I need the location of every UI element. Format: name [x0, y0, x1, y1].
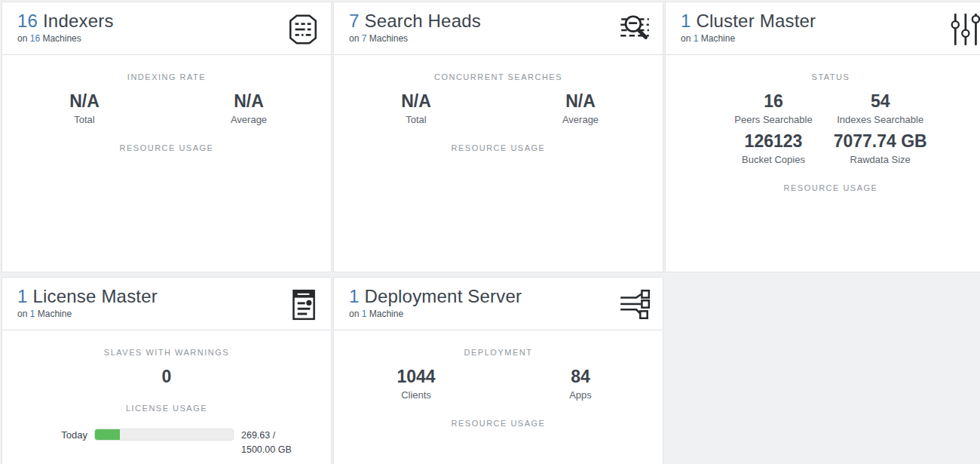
resource-usage-heading: RESOURCE USAGE	[334, 418, 663, 429]
license-master-title-text: License Master	[32, 286, 158, 306]
cluster-master-title-text: Cluster Master	[696, 11, 816, 31]
license-usage-row: Today 269.63 / 1500.00 GB	[2, 429, 331, 457]
stat-label: Indexes Searchable	[834, 114, 927, 126]
indexers-card-body: INDEXING RATE N/A Total N/A Average RESO…	[2, 72, 331, 153]
deployment-fanout-icon	[617, 287, 652, 322]
cluster-master-machines-prefix: on	[681, 33, 691, 44]
indexers-card-title[interactable]: 16 Indexers	[17, 11, 114, 32]
stat-value: N/A	[2, 91, 167, 111]
cluster-master-sliders-icon	[951, 12, 980, 47]
cluster-master-card-body: STATUS 16 Peers Searchable 54 Indexes Se…	[666, 72, 980, 193]
cluster-master-card: 1 Cluster Master on 1 Machine STATUS 16 …	[665, 2, 980, 272]
indexers-machines-count: 16	[30, 33, 40, 44]
deployment-server-machines-label: Machine	[369, 309, 403, 319]
search-heads-card: 7 Search Heads on 7 Machines CONCURRENT …	[333, 2, 663, 272]
cluster-master-subtitle: on 1 Machine	[681, 33, 816, 44]
indexing-rate-heading: INDEXING RATE	[2, 72, 331, 82]
deployment-server-title-text: Deployment Server	[364, 286, 522, 306]
indexers-card-header: 16 Indexers on 16 Machines	[2, 2, 331, 55]
license-usage-bar	[94, 429, 234, 441]
search-heads-machines-prefix: on	[349, 33, 359, 44]
license-master-card-header: 1 License Master on 1 Machine	[2, 278, 331, 330]
search-heads-card-header: 7 Search Heads on 7 Machines	[334, 2, 663, 55]
concurrent-searches-stats: N/A Total N/A Average	[334, 91, 663, 126]
stat-label: Average	[498, 114, 663, 126]
license-usage-total: 269.63 / 1500.00 GB	[241, 429, 292, 457]
search-heads-card-title[interactable]: 7 Search Heads	[349, 11, 481, 32]
license-master-title-block: 1 License Master on 1 Machine	[17, 286, 158, 319]
deployment-server-card-title[interactable]: 1 Deployment Server	[349, 286, 522, 307]
license-usage-quota: 1500.00 GB	[241, 443, 292, 457]
cluster-master-title-block: 1 Cluster Master on 1 Machine	[681, 11, 816, 44]
license-master-card: 1 License Master on 1 Machine SLAVES WIT…	[2, 277, 332, 464]
stat-value: 54	[834, 91, 927, 111]
cluster-master-card-header: 1 Cluster Master on 1 Machine	[666, 2, 980, 55]
stat-label: Total	[2, 114, 167, 126]
stat-label: Rawdata Size	[834, 154, 927, 166]
concurrent-searches-heading: CONCURRENT SEARCHES	[334, 72, 663, 82]
stat-label: Total	[334, 114, 498, 126]
indexer-icon	[286, 12, 320, 47]
indexers-machines-label: Machines	[42, 33, 81, 44]
search-heads-machines-count: 7	[362, 33, 367, 44]
cluster-master-machines-label: Machine	[701, 33, 735, 44]
concurrent-searches-total-stat: N/A Total	[334, 91, 498, 126]
search-heads-count: 7	[349, 11, 360, 31]
license-master-count: 1	[17, 286, 28, 306]
indexes-searchable-stat: 54 Indexes Searchable	[834, 91, 927, 126]
stat-label: Average	[167, 114, 331, 126]
deployment-server-count: 1	[349, 286, 360, 306]
search-heads-card-body: CONCURRENT SEARCHES N/A Total N/A Averag…	[334, 72, 663, 153]
deployment-server-machines-count: 1	[362, 309, 367, 319]
license-usage-bar-fill	[95, 429, 120, 440]
search-heads-title-text: Search Heads	[364, 11, 481, 31]
license-master-machines-count: 1	[30, 309, 35, 319]
indexers-count: 16	[17, 11, 38, 31]
stat-value: 0	[2, 367, 331, 386]
deployment-server-title-block: 1 Deployment Server on 1 Machine	[349, 286, 522, 319]
cluster-master-count: 1	[681, 11, 691, 31]
license-master-card-body: SLAVES WITH WARNINGS 0 LICENSE USAGE Tod…	[2, 347, 331, 457]
indexers-title-text: Indexers	[43, 11, 114, 31]
stat-value: N/A	[498, 91, 663, 111]
clients-stat: 1044 Clients	[334, 367, 498, 401]
deployment-server-card-body: DEPLOYMENT 1044 Clients 84 Apps RESOURCE…	[334, 347, 663, 429]
license-master-machines-label: Machine	[38, 309, 72, 319]
status-heading: STATUS	[666, 72, 980, 82]
deployment-heading: DEPLOYMENT	[334, 347, 663, 358]
indexers-title-block: 16 Indexers on 16 Machines	[17, 11, 114, 44]
license-usage-heading: LICENSE USAGE	[2, 403, 331, 413]
resource-usage-heading: RESOURCE USAGE	[666, 183, 980, 193]
stat-value: 16	[734, 91, 812, 111]
stat-value: 7077.74 GB	[834, 131, 927, 151]
license-master-subtitle: on 1 Machine	[17, 309, 158, 319]
license-document-icon	[286, 287, 320, 322]
cluster-master-card-title[interactable]: 1 Cluster Master	[681, 11, 816, 32]
stat-label: Clients	[334, 389, 498, 401]
license-usage-used: 269.63 /	[241, 429, 292, 443]
deployment-server-card: 1 Deployment Server on 1 Machine DEPLOYM…	[333, 277, 663, 464]
deployment-server-machines-prefix: on	[349, 309, 359, 319]
stat-label: Apps	[498, 389, 663, 401]
search-heads-subtitle: on 7 Machines	[349, 33, 481, 44]
stat-label: Peers Searchable	[734, 114, 812, 126]
bucket-copies-stat: 126123 Bucket Copies	[734, 131, 812, 166]
cluster-status-stats: 16 Peers Searchable 54 Indexes Searchabl…	[666, 91, 980, 166]
stat-value: 1044	[334, 367, 498, 386]
stat-value: N/A	[334, 91, 498, 111]
search-heads-icon	[617, 12, 652, 47]
stat-value: N/A	[167, 91, 331, 111]
indexers-machines-prefix: on	[17, 33, 27, 44]
deployment-server-subtitle: on 1 Machine	[349, 309, 522, 319]
concurrent-searches-average-stat: N/A Average	[498, 91, 663, 126]
apps-stat: 84 Apps	[498, 367, 663, 401]
rawdata-size-stat: 7077.74 GB Rawdata Size	[834, 131, 927, 166]
resource-usage-heading: RESOURCE USAGE	[334, 143, 663, 153]
license-master-card-title[interactable]: 1 License Master	[17, 286, 158, 307]
peers-searchable-stat: 16 Peers Searchable	[734, 91, 812, 126]
deployment-stats: 1044 Clients 84 Apps	[334, 367, 663, 401]
indexers-subtitle: on 16 Machines	[17, 33, 114, 44]
stat-label: Bucket Copies	[734, 154, 812, 166]
search-heads-machines-label: Machines	[369, 33, 408, 44]
monitoring-console-overview: { "colors": { "accent_blue": "#4379af", …	[0, 0, 980, 464]
